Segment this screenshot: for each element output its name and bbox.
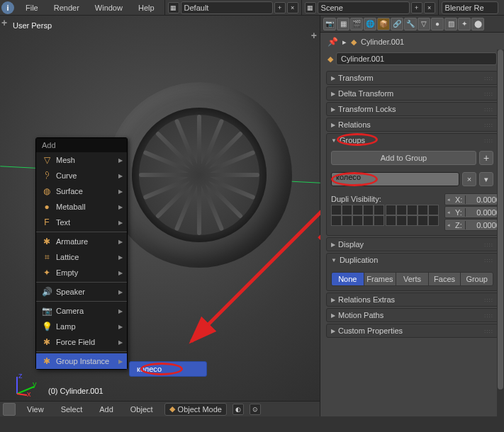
tab-render-icon[interactable]: 📷 bbox=[323, 18, 336, 30]
section-relations[interactable]: ▶Relations:::: bbox=[327, 118, 498, 131]
camera-icon: 📷 bbox=[42, 306, 52, 316]
scene-add-button[interactable]: + bbox=[411, 2, 422, 13]
section-groups[interactable]: ▼Groups:::: bbox=[327, 134, 498, 147]
group-instance-icon: ✱ bbox=[42, 356, 52, 366]
pin-icon[interactable]: 📌 bbox=[327, 37, 338, 47]
section-relations-extras[interactable]: ▶Relations Extras:::: bbox=[327, 293, 498, 306]
wheel-object bbox=[106, 82, 292, 268]
add-item-speaker[interactable]: 🔊Speaker▶ bbox=[36, 284, 127, 300]
dupli-frames[interactable]: Frames bbox=[364, 273, 397, 285]
menu-file[interactable]: File bbox=[18, 0, 45, 15]
dupli-group[interactable]: Group bbox=[461, 273, 493, 285]
tab-object-icon[interactable]: 📦 bbox=[377, 18, 390, 30]
section-delta-transform[interactable]: ▶Delta Transform:::: bbox=[327, 87, 498, 100]
add-menu-title: Add bbox=[36, 138, 127, 152]
footer-object[interactable]: Object bbox=[125, 405, 159, 414]
tab-constraints-icon[interactable]: 🔗 bbox=[391, 18, 403, 30]
scene-browse-icon[interactable]: ▦ bbox=[305, 2, 316, 13]
layout-browse-icon[interactable]: ▦ bbox=[168, 2, 179, 13]
editor-type-icon[interactable] bbox=[3, 403, 16, 416]
add-item-surface[interactable]: ◍Surface▶ bbox=[36, 183, 127, 199]
group-specials-button[interactable]: ▾ bbox=[479, 172, 493, 186]
cube-icon: ◆ bbox=[327, 55, 333, 64]
footer-add[interactable]: Add bbox=[94, 405, 119, 414]
axis-gizmo: z y x bbox=[14, 374, 37, 397]
lattice-icon: ⌗ bbox=[42, 252, 52, 262]
section-transform[interactable]: ▶Transform:::: bbox=[327, 72, 498, 84]
3d-viewport[interactable]: User Persp + + Add ▽Mesh▶᠀Curve▶◍Surface… bbox=[0, 16, 320, 416]
pivot-button[interactable]: ⊙ bbox=[250, 404, 261, 415]
section-display[interactable]: ▶Display:::: bbox=[327, 238, 498, 251]
dupli-visibility-label: Dupli Visibility: bbox=[331, 193, 439, 203]
add-item-force-field[interactable]: ✱Force Field▶ bbox=[36, 334, 127, 350]
scene-remove-button[interactable]: × bbox=[424, 2, 435, 13]
info-icon[interactable]: i bbox=[1, 1, 14, 14]
add-to-group-button[interactable]: Add to Group bbox=[331, 151, 476, 165]
shading-button[interactable]: ◐ bbox=[233, 404, 244, 415]
tab-particles-icon[interactable]: ✦ bbox=[458, 18, 471, 30]
render-engine-dropdown[interactable]: Blender Re bbox=[442, 1, 498, 14]
svg-line-4 bbox=[17, 394, 27, 395]
curve-icon: ᠀ bbox=[42, 171, 52, 181]
split-corner[interactable]: + bbox=[311, 30, 317, 41]
breadcrumb-sep: ▸ bbox=[342, 38, 347, 47]
tab-scene-icon[interactable]: 🎬 bbox=[350, 18, 363, 30]
surface-icon: ◍ bbox=[42, 186, 52, 196]
remove-group-button[interactable]: × bbox=[462, 172, 476, 186]
add-item-camera[interactable]: 📷Camera▶ bbox=[36, 303, 127, 319]
section-custom-properties[interactable]: ▶Custom Properties:::: bbox=[327, 324, 498, 337]
armature-icon: ✱ bbox=[42, 237, 52, 246]
lamp-icon: 💡 bbox=[42, 322, 52, 331]
section-motion-paths[interactable]: ▶Motion Paths:::: bbox=[327, 309, 498, 322]
tab-material-icon[interactable]: ● bbox=[431, 18, 444, 30]
tab-world-icon[interactable]: 🌐 bbox=[364, 18, 376, 30]
tab-physics-icon[interactable]: ⬤ bbox=[471, 18, 484, 30]
cube-icon: ◆ bbox=[351, 38, 357, 47]
group-instance-submenu-item[interactable]: колесо bbox=[129, 361, 207, 377]
add-item-text[interactable]: FText▶ bbox=[36, 215, 127, 230]
offset-y-input[interactable]: ◂Y:0.00000▸ bbox=[444, 206, 504, 218]
add-item-mesh[interactable]: ▽Mesh▶ bbox=[36, 152, 127, 168]
split-corner[interactable]: + bbox=[1, 17, 7, 28]
add-item-group-instance[interactable]: ✱Group Instance▶ bbox=[36, 353, 127, 369]
empty-icon: ✦ bbox=[42, 268, 52, 278]
menu-render[interactable]: Render bbox=[47, 0, 86, 15]
mesh-icon: ▽ bbox=[42, 155, 52, 165]
group-name-field[interactable]: колесо bbox=[331, 172, 459, 186]
tab-data-icon[interactable]: ▽ bbox=[418, 18, 430, 30]
dupli-verts[interactable]: Verts bbox=[396, 273, 429, 285]
dupli-faces[interactable]: Faces bbox=[429, 273, 461, 285]
layer-grid-1[interactable] bbox=[331, 205, 384, 226]
metaball-icon: ● bbox=[42, 202, 52, 212]
add-item-lattice[interactable]: ⌗Lattice▶ bbox=[36, 249, 127, 265]
scene-dropdown[interactable]: Scene bbox=[318, 1, 410, 14]
menu-window[interactable]: Window bbox=[88, 0, 130, 15]
add-item-empty[interactable]: ✦Empty▶ bbox=[36, 265, 127, 280]
footer-select[interactable]: Select bbox=[55, 405, 89, 414]
tab-layers-icon[interactable]: ▦ bbox=[337, 18, 349, 30]
speaker-icon: 🔊 bbox=[42, 287, 52, 297]
add-group-plus-button[interactable]: + bbox=[479, 151, 493, 165]
layout-add-button[interactable]: + bbox=[274, 2, 286, 13]
section-duplication[interactable]: ▼Duplication:::: bbox=[327, 254, 498, 266]
dupli-none[interactable]: None bbox=[332, 273, 364, 285]
layout-remove-button[interactable]: × bbox=[287, 2, 298, 13]
layer-grid-2[interactable] bbox=[386, 205, 439, 226]
text-icon: F bbox=[42, 217, 52, 227]
layout-dropdown[interactable]: Default bbox=[181, 1, 273, 14]
footer-view[interactable]: View bbox=[21, 405, 50, 414]
add-item-lamp[interactable]: 💡Lamp▶ bbox=[36, 319, 127, 334]
add-item-armature[interactable]: ✱Armature▶ bbox=[36, 234, 127, 249]
tab-texture-icon[interactable]: ▨ bbox=[444, 18, 457, 30]
offset-z-input[interactable]: ◂Z:0.00000▸ bbox=[444, 219, 504, 231]
scrollbar[interactable] bbox=[497, 50, 504, 416]
breadcrumb-object: Cylinder.001 bbox=[361, 38, 404, 46]
section-transform-locks[interactable]: ▶Transform Locks:::: bbox=[327, 103, 498, 115]
add-item-metaball[interactable]: ●Metaball▶ bbox=[36, 199, 127, 215]
menu-help[interactable]: Help bbox=[131, 0, 162, 15]
tab-modifiers-icon[interactable]: 🔧 bbox=[404, 18, 417, 30]
add-item-curve[interactable]: ᠀Curve▶ bbox=[36, 168, 127, 183]
mode-dropdown[interactable]: ◆ Object Mode bbox=[164, 403, 227, 416]
object-name-input[interactable] bbox=[336, 52, 497, 65]
offset-x-input[interactable]: ◂X:0.00000▸ bbox=[444, 193, 504, 205]
